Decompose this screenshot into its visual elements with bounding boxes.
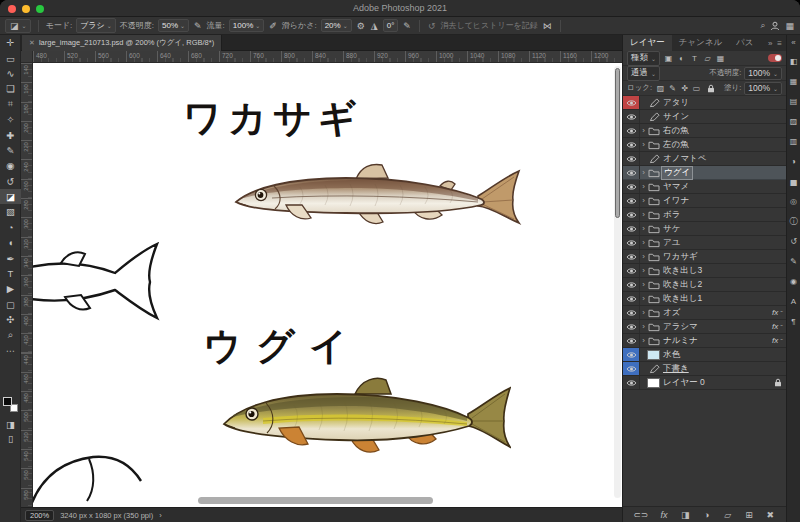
layer-name[interactable]: 水色 (661, 349, 682, 361)
pressure-size-icon[interactable]: ✎ (402, 21, 412, 31)
visibility-toggle[interactable] (623, 250, 640, 263)
clone-stamp-tool[interactable]: ◉ (0, 158, 21, 173)
visibility-toggle[interactable] (623, 110, 640, 123)
layer-row[interactable]: ナルミナ fx (623, 334, 786, 348)
dodge-tool[interactable]: ◖ (0, 235, 21, 250)
layer-effects-icon[interactable]: fx (659, 509, 670, 520)
expand-chevron-icon[interactable] (640, 196, 647, 205)
expand-chevron-icon[interactable] (640, 210, 647, 219)
airbrush-icon[interactable]: ✐ (268, 21, 278, 31)
filter-type-layers-icon[interactable]: T (689, 53, 700, 64)
layer-name[interactable]: 吹き出し2 (661, 279, 704, 291)
erase-to-history-label[interactable]: 消去してヒストリーを記録 (440, 20, 537, 31)
zoom-tool[interactable]: ⌕ (0, 327, 21, 342)
status-chevron-icon[interactable]: › (159, 511, 162, 520)
layer-row[interactable]: オノマトペ fx (623, 152, 786, 166)
layer-thumbnail[interactable] (647, 378, 660, 388)
histogram-panel-icon[interactable]: ▅ (788, 171, 799, 191)
layer-row[interactable]: 右の魚 fx (623, 124, 786, 138)
layer-row[interactable]: ボラ fx (623, 208, 786, 222)
layer-row[interactable]: 吹き出し1 fx (623, 292, 786, 306)
horizontal-scrollbar-thumb[interactable] (198, 497, 433, 504)
filter-kind-dropdown[interactable]: 種類 (627, 51, 660, 66)
layer-name[interactable]: ワカサギ (661, 251, 700, 263)
layer-row[interactable]: 左の魚 fx (623, 138, 786, 152)
erase-to-history-icon[interactable]: ↺ (427, 21, 437, 31)
smoothing-dropdown[interactable]: 20% (321, 19, 352, 32)
visibility-toggle[interactable] (623, 166, 640, 179)
gradient-tool[interactable]: ▧ (0, 204, 21, 219)
layer-row[interactable]: ワカサギ fx (623, 250, 786, 264)
brushes-panel-icon[interactable]: ✎ (788, 251, 799, 271)
document-tab[interactable]: ✕ large_image_210713.psd @ 200% (ウグイ, RG… (22, 35, 222, 51)
layer-row[interactable]: アラシマ fx (623, 320, 786, 334)
foreground-color-swatch[interactable] (3, 397, 12, 406)
layer-row[interactable]: 吹き出し2 fx (623, 278, 786, 292)
expand-chevron-icon[interactable] (640, 238, 647, 247)
collapse-panel-icon[interactable]: » (768, 39, 772, 48)
layer-row[interactable]: 水色 fx (623, 348, 786, 362)
layer-name[interactable]: 吹き出し3 (661, 265, 704, 277)
object-selection-tool[interactable]: ❏ (0, 81, 21, 96)
expand-chevron-icon[interactable] (640, 168, 647, 177)
visibility-toggle[interactable] (623, 138, 640, 151)
visibility-toggle[interactable] (623, 124, 640, 137)
lasso-tool[interactable]: ∿ (0, 66, 21, 81)
blend-mode-dropdown[interactable]: 通過 (627, 66, 660, 81)
tab-layers[interactable]: レイヤー (623, 35, 672, 51)
color-swatches[interactable] (3, 397, 18, 412)
layer-row[interactable]: アユ fx (623, 236, 786, 250)
type-tool[interactable]: T (0, 266, 21, 281)
expand-chevron-icon[interactable] (640, 294, 647, 303)
visibility-toggle[interactable] (623, 208, 640, 221)
visibility-toggle[interactable] (623, 236, 640, 249)
marquee-tool[interactable]: ▭ (0, 50, 21, 65)
layer-name[interactable]: 右の魚 (661, 125, 691, 137)
filter-adjustment-layers-icon[interactable]: ◐ (676, 53, 687, 64)
vertical-scrollbar[interactable] (614, 66, 621, 498)
crop-tool[interactable]: ⌗ (0, 97, 21, 112)
zoom-level-field[interactable]: 200% (25, 510, 54, 521)
visibility-toggle[interactable] (623, 348, 640, 361)
move-tool[interactable]: ✛ (0, 35, 21, 50)
expand-chevron-icon[interactable] (640, 266, 647, 275)
visibility-toggle[interactable] (623, 362, 640, 375)
visibility-toggle[interactable] (623, 334, 640, 347)
expand-dock-icon[interactable]: « (791, 38, 795, 47)
expand-chevron-icon[interactable] (640, 182, 647, 191)
ruler-corner[interactable] (21, 51, 33, 63)
quick-mask-button[interactable]: ◨ (0, 417, 21, 431)
layer-name[interactable]: サケ (661, 223, 682, 235)
layer-row[interactable]: オズ fx (623, 306, 786, 320)
filter-toggle-switch[interactable] (768, 54, 782, 62)
layer-row[interactable]: 下書き fx (623, 362, 786, 376)
lock-position-icon[interactable]: ✜ (679, 83, 690, 94)
vertical-scrollbar-thumb[interactable] (615, 68, 620, 218)
expand-chevron-icon[interactable] (640, 280, 647, 289)
filter-pixel-layers-icon[interactable]: ▣ (663, 53, 674, 64)
panel-opacity-dropdown[interactable]: 100% (744, 67, 782, 80)
gradients-panel-icon[interactable]: ▤ (788, 91, 799, 111)
fx-collapse-icon[interactable] (780, 308, 783, 318)
history-brush-tool[interactable]: ↺ (0, 174, 21, 189)
tab-paths[interactable]: パス (729, 35, 760, 51)
tab-channels[interactable]: チャンネル (672, 35, 730, 51)
delete-layer-icon[interactable]: ✖ (765, 509, 776, 520)
expand-chevron-icon[interactable] (640, 224, 647, 233)
expand-chevron-icon[interactable] (640, 336, 647, 345)
layer-name[interactable]: レイヤー 0 (661, 377, 707, 389)
fx-badge[interactable]: fx (772, 336, 786, 346)
visibility-toggle[interactable] (623, 194, 640, 207)
layer-name[interactable]: アユ (661, 237, 682, 249)
lock-artboard-icon[interactable]: ▭ (691, 83, 702, 94)
pressure-opacity-icon[interactable]: ✎ (193, 21, 203, 31)
tool-preset-picker[interactable]: ◪ (5, 19, 31, 33)
layer-name[interactable]: ヤマメ (661, 181, 691, 193)
libraries-panel-icon[interactable]: ▥ (788, 131, 799, 151)
layer-name[interactable]: 吹き出し1 (661, 293, 704, 305)
new-adjustment-layer-icon[interactable]: ◑ (701, 509, 712, 520)
character-panel-icon[interactable]: A (788, 291, 799, 311)
angle-field[interactable]: 0° (383, 19, 399, 32)
visibility-toggle[interactable] (623, 222, 640, 235)
flow-dropdown[interactable]: 100% (229, 19, 265, 32)
